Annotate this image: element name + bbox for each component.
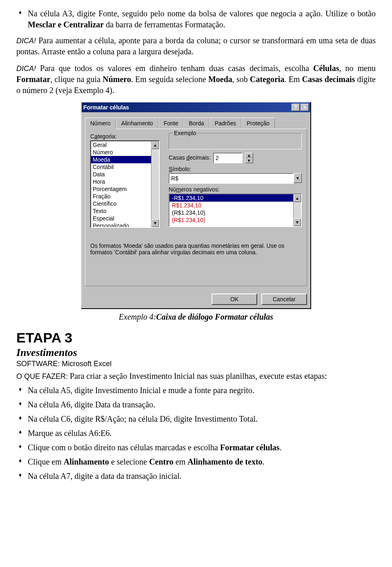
negatives-scrollbar[interactable]: ▲ ▼ (293, 194, 301, 226)
symbol-value[interactable]: R$ (169, 173, 294, 184)
decimals-label: Casas decimais: (169, 154, 211, 161)
caption-text: Caixa de diálogo Formatar células (156, 312, 273, 321)
dica-1: DICA! Para aumentar a célula, aponte par… (16, 35, 376, 57)
cat-especial[interactable]: Especial (91, 215, 151, 222)
t: Clique em (28, 457, 64, 466)
intro-bullets: Na célula A3, digite Fonte, seguido pelo… (16, 8, 376, 30)
ok-button[interactable]: OK (212, 294, 257, 305)
etapa-b5: Clique com o botão direito nas células m… (16, 442, 376, 453)
t: . Em seguida selecione (131, 75, 208, 84)
exemplo-label: Exemplo (172, 130, 198, 136)
software-label: SOFTWARE: (16, 360, 62, 368)
b: Formatar (16, 75, 50, 84)
tabs: Número Alinhamento Fonte Borda Padrões P… (85, 117, 307, 129)
etapa-heading: ETAPA 3 (16, 330, 376, 346)
t: , sob (232, 75, 250, 84)
cat-moeda[interactable]: Moeda (91, 156, 151, 163)
etapa-b6: Clique em Alinhamento e selecione Centro… (16, 456, 376, 467)
t: Para que todos os valores em dinheiro te… (36, 64, 313, 73)
dica-label: DICA! (16, 37, 36, 45)
tab-borda[interactable]: Borda (183, 118, 209, 129)
cat-contabil[interactable]: Contábil (91, 163, 151, 171)
etapa-bullets: Na célula A5, digite Investimento Inicia… (16, 385, 376, 482)
cat-numero[interactable]: Número (91, 149, 151, 156)
close-button[interactable]: × (301, 104, 309, 111)
tab-panel-numero: Categoria: Geral Número Moeda Contábil D… (85, 129, 307, 286)
cat-hora[interactable]: Hora (91, 178, 151, 185)
bold-text: Mesclar e Centralizar (28, 20, 104, 29)
cancel-button[interactable]: Cancelar (261, 294, 307, 305)
text: da barra de ferramentas Formatação. (104, 20, 225, 29)
todo-text: Para criar a seção Investimento Inicial … (68, 371, 327, 380)
cat-data[interactable]: Data (91, 171, 151, 178)
dica-2: DICA! Para que todos os valores em dinhe… (16, 63, 376, 96)
cat-fracao[interactable]: Fração (91, 193, 151, 200)
b: Número (102, 75, 131, 84)
etapa-b2: Na célula A6, digite Data da transação. (16, 399, 376, 410)
neg-opt-3[interactable]: (R$1.234,10) (169, 216, 293, 224)
cat-porcentagem[interactable]: Porcentagem (91, 185, 151, 193)
b: Células (313, 64, 339, 73)
todo-label: O QUE FAZER: (16, 372, 68, 380)
neg-opt-1[interactable]: R$1.234,10 (169, 202, 293, 209)
t: . Em (284, 75, 302, 84)
help-button[interactable]: ? (292, 104, 300, 111)
negatives-listbox[interactable]: -R$1.234,10 R$1.234,10 (R$1.234,10) (R$1… (169, 193, 302, 227)
caption-prefix: Exemplo 4: (119, 312, 156, 321)
b: Alinhamento de texto (187, 457, 262, 466)
scroll-up-icon[interactable]: ▲ (151, 141, 159, 149)
format-cells-dialog: Formatar células ? × Número Alinhamento … (81, 102, 311, 309)
symbol-label: Símbolo: (169, 166, 302, 172)
dialog-titlebar[interactable]: Formatar células ? × (82, 102, 310, 112)
software-line: SOFTWARE: Microsoft Excel (16, 360, 376, 368)
scroll-up-icon[interactable]: ▲ (294, 194, 301, 202)
neg-opt-2[interactable]: (R$1.234,10) (169, 209, 293, 216)
b: Casas decimais (302, 75, 355, 84)
negatives-label: Números negativos: (169, 186, 302, 193)
symbol-combo[interactable]: R$ ▼ (169, 173, 302, 184)
cat-texto[interactable]: Texto (91, 207, 151, 215)
dica-label: DICA! (16, 64, 36, 73)
etapa-subtitle: Investimentos (16, 347, 376, 359)
decimals-spin-up[interactable]: ▲ (245, 153, 253, 158)
todo-line: O QUE FAZER: Para criar a seção Investim… (16, 371, 376, 382)
categoria-scrollbar[interactable]: ▲ ▼ (151, 141, 159, 227)
t: . (280, 443, 282, 452)
cat-geral[interactable]: Geral (91, 141, 151, 149)
tab-fonte[interactable]: Fonte (158, 118, 184, 129)
etapa-b4: Marque as células A6:E6. (16, 428, 376, 439)
tab-protecao[interactable]: Proteção (241, 118, 275, 129)
dialog-title: Formatar células (83, 104, 129, 111)
b: Moeda (208, 75, 232, 84)
tab-padroes[interactable]: Padrões (209, 118, 241, 129)
etapa-b7: Na célula A7, digite a data da transação… (16, 471, 376, 482)
b: Alinhamento (64, 457, 109, 466)
dica-text: Para aumentar a célula, aponte para a bo… (16, 36, 376, 56)
t: e selecione (109, 457, 149, 466)
format-hint: Os formatos 'Moeda' são usados para quan… (90, 242, 302, 256)
etapa-b3: Na célula C6, digite R$/Ação; na célula … (16, 414, 376, 425)
t: em (174, 457, 187, 466)
cat-personalizado[interactable]: Personalizado (91, 222, 151, 228)
b: Categoria (250, 75, 284, 84)
chevron-down-icon[interactable]: ▼ (294, 173, 302, 183)
neg-opt-0[interactable]: -R$1.234,10 (169, 194, 293, 202)
tab-alinhamento[interactable]: Alinhamento (116, 118, 158, 129)
scroll-down-icon[interactable]: ▼ (151, 219, 159, 227)
scroll-down-icon[interactable]: ▼ (294, 218, 301, 226)
etapa-b1: Na célula A5, digite Investimento Inicia… (16, 385, 376, 396)
decimals-spin-down[interactable]: ▼ (245, 158, 253, 163)
cat-cientifico[interactable]: Científico (91, 200, 151, 207)
exemplo-box: Exemplo (169, 133, 302, 149)
t: Clique com o botão direito nas células m… (28, 443, 220, 452)
software-value: Microsoft Excel (62, 360, 111, 368)
tab-numero[interactable]: Número (85, 118, 116, 129)
t: , no menu (339, 64, 376, 73)
categoria-listbox[interactable]: Geral Número Moeda Contábil Data Hora Po… (90, 140, 160, 228)
decimals-input[interactable]: 2 (213, 153, 243, 163)
t: . (263, 457, 265, 466)
b: Centro (149, 457, 174, 466)
b: Formatar células (220, 443, 280, 452)
categoria-label: Categoria: (90, 133, 160, 140)
intro-bullet-1: Na célula A3, digite Fonte, seguido pelo… (16, 8, 376, 30)
